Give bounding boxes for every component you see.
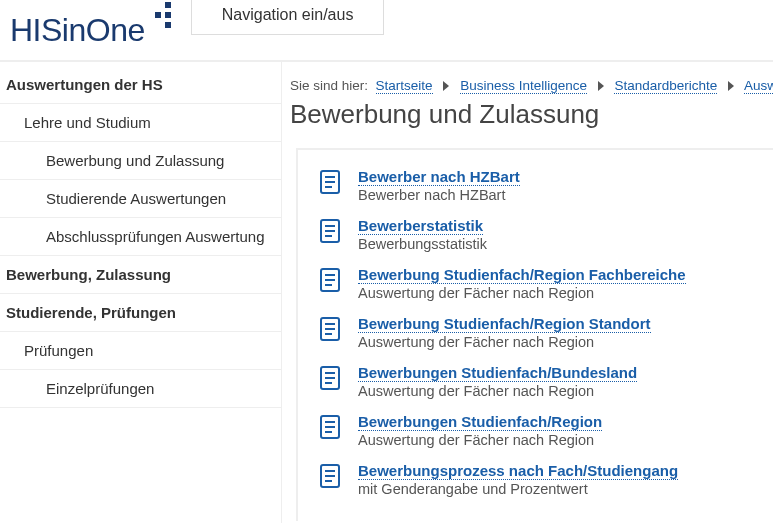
sidebar: Auswertungen der HS Lehre und Studium Be… — [0, 62, 282, 523]
logo-dots-icon — [149, 2, 171, 38]
nav-toggle-label: Navigation ein/aus — [222, 6, 354, 23]
sidebar-item-label: Bewerbung, Zulassung — [6, 266, 171, 283]
sidebar-item-label: Abschlussprüfungen Auswertung — [46, 228, 264, 245]
report-row: Bewerbung Studienfach/Region Standort Au… — [320, 315, 763, 350]
report-link[interactable]: Bewerber nach HZBart — [358, 168, 520, 186]
sidebar-item-label: Bewerbung und Zulassung — [46, 152, 224, 169]
report-list: Bewerber nach HZBart Bewerber nach HZBar… — [296, 148, 773, 521]
report-desc: Bewerber nach HZBart — [358, 187, 763, 203]
main-content: Sie sind hier: Startseite Business Intel… — [282, 62, 773, 523]
sidebar-item[interactable]: Einzelprüfungen — [0, 370, 281, 408]
report-link[interactable]: Bewerberstatistik — [358, 217, 483, 235]
page-title: Bewerbung und Zulassung — [290, 99, 773, 130]
sidebar-item[interactable]: Bewerbung und Zulassung — [0, 142, 281, 180]
report-desc: Auswertung der Fächer nach Region — [358, 285, 763, 301]
report-row: Bewerbungen Studienfach/Region Auswertun… — [320, 413, 763, 448]
chevron-right-icon — [442, 78, 450, 93]
breadcrumb-link[interactable]: Business Intelligence — [460, 78, 587, 94]
logo-text: HISinOne — [10, 12, 145, 49]
breadcrumb-link[interactable]: Standardberichte — [614, 78, 717, 94]
report-row: Bewerberstatistik Bewerbungsstatistik — [320, 217, 763, 252]
sidebar-item-label: Einzelprüfungen — [46, 380, 154, 397]
document-icon — [320, 268, 340, 292]
sidebar-item-label: Lehre und Studium — [24, 114, 151, 131]
document-icon — [320, 170, 340, 194]
report-desc: Auswertung der Fächer nach Region — [358, 334, 763, 350]
report-row: Bewerbungsprozess nach Fach/Studiengang … — [320, 462, 763, 497]
document-icon — [320, 464, 340, 488]
document-icon — [320, 415, 340, 439]
report-link[interactable]: Bewerbung Studienfach/Region Fachbereich… — [358, 266, 686, 284]
report-desc: mit Genderangabe und Prozentwert — [358, 481, 763, 497]
report-row: Bewerbungen Studienfach/Bundesland Auswe… — [320, 364, 763, 399]
document-icon — [320, 366, 340, 390]
report-link[interactable]: Bewerbungen Studienfach/Region — [358, 413, 602, 431]
sidebar-item[interactable]: Lehre und Studium — [0, 104, 281, 142]
report-row: Bewerber nach HZBart Bewerber nach HZBar… — [320, 168, 763, 203]
chevron-right-icon — [727, 78, 735, 93]
header: HISinOne Navigation ein/aus — [0, 0, 773, 62]
report-link[interactable]: Bewerbungen Studienfach/Bundesland — [358, 364, 637, 382]
report-row: Bewerbung Studienfach/Region Fachbereich… — [320, 266, 763, 301]
chevron-right-icon — [597, 78, 605, 93]
sidebar-item[interactable]: Studierende, Prüfungen — [0, 294, 281, 332]
sidebar-item[interactable]: Studierende Auswertungen — [0, 180, 281, 218]
sidebar-item-label: Prüfungen — [24, 342, 93, 359]
breadcrumb: Sie sind hier: Startseite Business Intel… — [290, 78, 773, 93]
app-logo: HISinOne — [10, 0, 171, 49]
document-icon — [320, 317, 340, 341]
report-link[interactable]: Bewerbungsprozess nach Fach/Studiengang — [358, 462, 678, 480]
sidebar-item[interactable]: Bewerbung, Zulassung — [0, 256, 281, 294]
report-desc: Auswertung der Fächer nach Region — [358, 383, 763, 399]
report-desc: Auswertung der Fächer nach Region — [358, 432, 763, 448]
breadcrumb-link[interactable]: Startseite — [376, 78, 433, 94]
report-link[interactable]: Bewerbung Studienfach/Region Standort — [358, 315, 651, 333]
breadcrumb-link[interactable]: Auswer — [744, 78, 773, 94]
sidebar-item[interactable]: Abschlussprüfungen Auswertung — [0, 218, 281, 256]
sidebar-item-label: Auswertungen der HS — [6, 76, 163, 93]
breadcrumb-prefix: Sie sind hier: — [290, 78, 368, 93]
sidebar-item[interactable]: Prüfungen — [0, 332, 281, 370]
report-desc: Bewerbungsstatistik — [358, 236, 763, 252]
sidebar-item-label: Studierende, Prüfungen — [6, 304, 176, 321]
document-icon — [320, 219, 340, 243]
sidebar-item[interactable]: Auswertungen der HS — [0, 66, 281, 104]
nav-toggle-button[interactable]: Navigation ein/aus — [191, 0, 385, 35]
sidebar-item-label: Studierende Auswertungen — [46, 190, 226, 207]
